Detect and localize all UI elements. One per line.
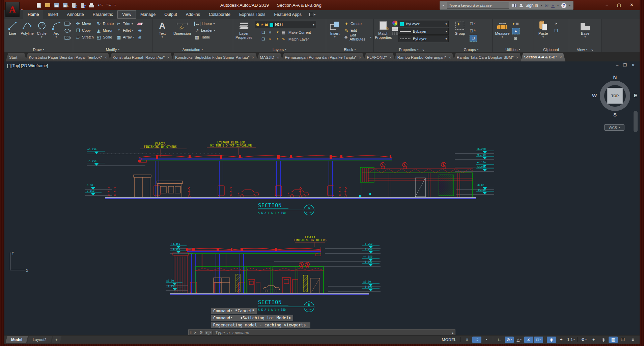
save-to-web-button[interactable]: ↧ — [79, 2, 86, 8]
group-button[interactable]: Group — [451, 20, 469, 47]
measure-button[interactable]: Measure ▾ — [494, 20, 511, 47]
command-customize-icon[interactable]: ⚒ — [198, 330, 204, 335]
infocenter-collapse-icon[interactable]: ▸ — [443, 4, 444, 7]
close-icon[interactable]: ✕ — [448, 56, 451, 59]
rotate-button[interactable]: ↻Rotate — [95, 20, 115, 27]
polar-tracking-toggle[interactable]: ⊙▾ — [505, 337, 514, 343]
new-file-button[interactable] — [35, 2, 42, 8]
doc-restore-button[interactable]: ❐ — [623, 63, 627, 68]
doc-minimize-button[interactable]: – — [616, 63, 618, 68]
linear-dimension-button[interactable]: ↔Linear▾ — [193, 20, 216, 27]
doc-close-button[interactable]: ✕ — [632, 63, 635, 68]
annotation-visibility-toggle[interactable]: ◉ — [547, 337, 556, 343]
match-layer-button[interactable]: Match Layer — [288, 37, 309, 41]
text-button[interactable]: A Text ▾ — [153, 20, 171, 47]
edit-attributes-button[interactable]: ❖Edit Attributes▾ — [343, 34, 372, 41]
command-close-icon[interactable]: ✕ — [193, 331, 198, 335]
tab-insert[interactable]: Insert — [43, 10, 62, 19]
file-tab-start[interactable]: Start — [6, 53, 27, 61]
plot-button[interactable] — [88, 2, 95, 8]
graphics-performance-button[interactable]: ▥ — [609, 337, 618, 343]
isometric-drafting-toggle[interactable]: △▾ — [514, 337, 524, 343]
undo-button[interactable]: ↶▾ — [97, 2, 104, 8]
snap-toggle[interactable]: ∷ — [472, 337, 481, 343]
layer-thaw-icon[interactable]: ☀ — [260, 23, 264, 27]
chevron-down-icon[interactable]: ▾ — [569, 4, 570, 7]
ribbon-collapse-button[interactable]: ▾ — [309, 10, 316, 19]
window-minimize-button[interactable]: – — [606, 2, 608, 7]
chevron-down-icon[interactable]: ▾ — [557, 4, 559, 7]
close-icon[interactable]: ✕ — [167, 56, 170, 59]
file-tab[interactable]: Konstruksi Septicktank dan Sumur Pantau*… — [172, 53, 258, 61]
layer-properties-button[interactable]: Layer Properties — [234, 20, 254, 47]
grid-toggle[interactable]: # — [463, 337, 472, 343]
open-file-button[interactable] — [44, 2, 51, 8]
view-panel-title[interactable]: View▾↘ — [569, 47, 601, 52]
snap-settings-button[interactable]: ▾ — [482, 337, 491, 343]
hatch-button[interactable]: ▾ — [64, 35, 71, 41]
annotation-monitor-button[interactable]: + — [589, 337, 598, 343]
file-tab-active[interactable]: Section A-A & B-B*✕ — [521, 53, 566, 61]
layer-isolate-icon[interactable]: ❏ — [261, 31, 266, 34]
autodesk-a360-icon[interactable]: ◬ — [551, 3, 555, 8]
panel-launcher-icon[interactable]: ↘ — [591, 47, 594, 52]
viewcube-east[interactable]: E — [634, 92, 637, 98]
annotation-scale-button[interactable]: 1:1▾ — [566, 337, 576, 343]
tab-annotate[interactable]: Annotate — [63, 10, 88, 19]
file-tab[interactable]: MASJID✕ — [257, 53, 283, 61]
workspace-switching-button[interactable]: ⚙▾ — [579, 337, 588, 343]
object-snap-toggle[interactable]: □▾ — [534, 337, 543, 343]
object-snap-tracking-toggle[interactable]: ∠ — [524, 337, 533, 343]
close-icon[interactable]: ✕ — [277, 56, 279, 59]
new-layout-button[interactable]: + — [52, 336, 62, 343]
clean-screen-button[interactable]: ❒ — [618, 337, 627, 343]
help-icon[interactable]: ? — [561, 3, 566, 8]
group-selection-toggle[interactable]: ❏ — [470, 35, 477, 42]
layer-walk-icon[interactable]: ❐ — [261, 37, 266, 41]
mirror-button[interactable]: ◭Mirror — [95, 27, 115, 34]
modify-panel-title[interactable]: Modify▾ — [73, 47, 152, 52]
trim-button[interactable]: ✂Trim▾ — [115, 20, 135, 27]
lineweight-select[interactable]: ByLayer▾ — [398, 28, 449, 35]
tab-output[interactable]: Output — [160, 10, 181, 19]
scale-button[interactable]: ◱Scale — [95, 34, 115, 41]
file-tab[interactable]: Pemasangan Pompa dan Pipa ke Tangki*✕ — [281, 53, 365, 61]
move-button[interactable]: ✜Move — [74, 20, 95, 27]
ellipse-button[interactable]: ▾ — [64, 28, 71, 34]
model-space-toggle[interactable]: MODEL — [439, 338, 459, 342]
viewport-visual-style-control[interactable]: [2D Wireframe] — [21, 63, 48, 68]
cut-button[interactable]: ✂ — [553, 21, 560, 27]
layers-panel-title[interactable]: Layers▾ — [233, 47, 326, 52]
file-tab[interactable]: Konstruksi Pagar Besi dan Pagar Tembok*✕ — [25, 53, 111, 61]
create-block-button[interactable]: ✦Create — [343, 20, 372, 27]
command-prompt-icon[interactable]: >_▾ — [205, 331, 213, 335]
group-edit-button[interactable]: ❏✎ — [470, 28, 476, 34]
clipboard-panel-title[interactable]: Clipboard — [533, 47, 569, 52]
line-button[interactable]: Line — [5, 20, 20, 47]
app-store-cart-icon[interactable]: ⛁ — [545, 3, 549, 8]
viewcube-top-face[interactable]: TOP — [607, 88, 623, 104]
viewcube[interactable]: N S W E TOP — [595, 76, 635, 115]
paste-button[interactable]: Paste ▾ — [534, 20, 552, 47]
command-input[interactable] — [213, 330, 450, 335]
viewport-menu-control[interactable]: [-] — [7, 63, 11, 68]
edit-block-button[interactable]: ✎Edit — [343, 27, 372, 34]
draw-panel-title[interactable]: Draw▾ — [4, 47, 73, 52]
select-objects-button[interactable]: ➤ — [512, 28, 520, 34]
command-recent-icon[interactable]: ▴ — [450, 331, 455, 335]
viewcube-west[interactable]: W — [592, 92, 597, 98]
window-close-button[interactable]: ✕ — [630, 2, 634, 7]
chevron-down-icon[interactable]: ▾ — [313, 23, 314, 26]
file-tab[interactable]: PLAFOND*✕ — [364, 53, 395, 61]
stretch-button[interactable]: ▱Stretch — [74, 34, 95, 41]
layer-select[interactable]: ☀ NOT ▾ — [255, 21, 316, 28]
tab-manage[interactable]: Manage — [136, 10, 160, 19]
open-from-web-button[interactable]: ↥ — [71, 2, 77, 8]
save-as-button[interactable]: ✎ — [62, 2, 68, 8]
layout2-tab[interactable]: Layout2 — [27, 336, 52, 343]
file-tab[interactable]: Rambu Rambu Keterangan*✕ — [394, 53, 455, 61]
layer-unlock-icon[interactable] — [265, 24, 268, 26]
autoscale-toggle[interactable]: ✦ — [557, 337, 566, 343]
erase-button[interactable] — [137, 21, 143, 27]
search-input[interactable] — [447, 2, 509, 9]
